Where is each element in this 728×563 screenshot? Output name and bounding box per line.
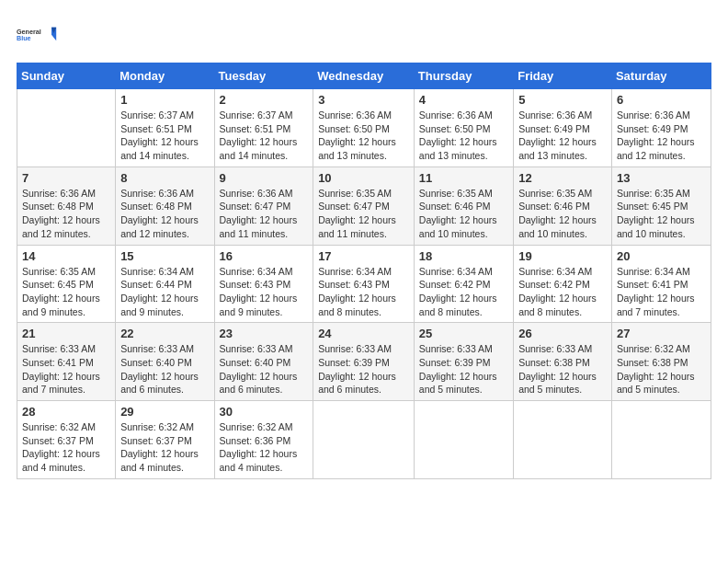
header: General Blue	[17, 17, 711, 53]
day-number: 17	[318, 249, 409, 263]
day-info: Sunrise: 6:35 AMSunset: 6:45 PMDaylight:…	[617, 187, 706, 241]
day-info: Sunrise: 6:36 AMSunset: 6:49 PMDaylight:…	[617, 109, 706, 163]
day-info: Sunrise: 6:34 AMSunset: 6:42 PMDaylight:…	[419, 265, 508, 319]
day-info: Sunrise: 6:35 AMSunset: 6:46 PMDaylight:…	[518, 187, 607, 241]
calendar-week-row: 1Sunrise: 6:37 AMSunset: 6:51 PMDaylight…	[17, 89, 711, 167]
calendar-cell: 18Sunrise: 6:34 AMSunset: 6:42 PMDayligh…	[414, 245, 513, 323]
day-info: Sunrise: 6:33 AMSunset: 6:38 PMDaylight:…	[518, 342, 607, 396]
calendar-cell: 17Sunrise: 6:34 AMSunset: 6:43 PMDayligh…	[313, 245, 415, 323]
day-info: Sunrise: 6:32 AMSunset: 6:37 PMDaylight:…	[22, 420, 110, 475]
day-info: Sunrise: 6:36 AMSunset: 6:49 PMDaylight:…	[518, 109, 607, 163]
calendar-cell: 19Sunrise: 6:34 AMSunset: 6:42 PMDayligh…	[514, 245, 612, 323]
calendar-cell: 11Sunrise: 6:35 AMSunset: 6:46 PMDayligh…	[414, 167, 513, 245]
logo-svg: General Blue	[17, 17, 57, 53]
day-number: 1	[120, 93, 209, 107]
day-number: 18	[419, 249, 508, 263]
day-info: Sunrise: 6:34 AMSunset: 6:43 PMDaylight:…	[318, 265, 409, 319]
day-info: Sunrise: 6:35 AMSunset: 6:47 PMDaylight:…	[318, 187, 409, 241]
day-number: 20	[617, 249, 706, 263]
calendar-day-header: Wednesday	[313, 63, 415, 89]
day-number: 28	[22, 405, 110, 419]
calendar-cell	[611, 401, 711, 479]
calendar-cell: 15Sunrise: 6:34 AMSunset: 6:44 PMDayligh…	[116, 245, 214, 323]
calendar-cell: 1Sunrise: 6:37 AMSunset: 6:51 PMDaylight…	[116, 89, 214, 167]
calendar-cell: 30Sunrise: 6:32 AMSunset: 6:36 PMDayligh…	[214, 401, 313, 479]
calendar-week-row: 21Sunrise: 6:33 AMSunset: 6:41 PMDayligh…	[17, 323, 711, 401]
day-info: Sunrise: 6:36 AMSunset: 6:48 PMDaylight:…	[120, 187, 209, 241]
calendar-cell: 3Sunrise: 6:36 AMSunset: 6:50 PMDaylight…	[313, 89, 415, 167]
svg-text:Blue: Blue	[17, 34, 31, 42]
day-number: 5	[518, 93, 607, 107]
day-number: 25	[419, 327, 508, 340]
day-info: Sunrise: 6:34 AMSunset: 6:44 PMDaylight:…	[120, 265, 209, 319]
calendar-cell: 22Sunrise: 6:33 AMSunset: 6:40 PMDayligh…	[116, 323, 214, 401]
calendar-cell	[514, 401, 612, 479]
day-info: Sunrise: 6:34 AMSunset: 6:41 PMDaylight:…	[617, 265, 706, 319]
calendar-cell: 13Sunrise: 6:35 AMSunset: 6:45 PMDayligh…	[611, 167, 711, 245]
day-info: Sunrise: 6:32 AMSunset: 6:37 PMDaylight:…	[120, 420, 209, 475]
calendar-table: SundayMondayTuesdayWednesdayThursdayFrid…	[17, 63, 711, 479]
day-number: 29	[120, 405, 209, 419]
day-number: 8	[120, 171, 209, 185]
day-number: 21	[22, 327, 110, 340]
day-info: Sunrise: 6:33 AMSunset: 6:40 PMDaylight:…	[120, 342, 209, 396]
calendar-cell: 23Sunrise: 6:33 AMSunset: 6:40 PMDayligh…	[214, 323, 313, 401]
day-info: Sunrise: 6:36 AMSunset: 6:50 PMDaylight:…	[419, 109, 508, 163]
day-number: 19	[518, 249, 607, 263]
day-info: Sunrise: 6:33 AMSunset: 6:41 PMDaylight:…	[22, 342, 110, 396]
calendar-cell: 2Sunrise: 6:37 AMSunset: 6:51 PMDaylight…	[214, 89, 313, 167]
day-number: 30	[220, 405, 309, 419]
calendar-day-header: Sunday	[17, 63, 116, 89]
calendar-cell	[414, 401, 513, 479]
calendar-cell: 4Sunrise: 6:36 AMSunset: 6:50 PMDaylight…	[414, 89, 513, 167]
calendar-cell: 26Sunrise: 6:33 AMSunset: 6:38 PMDayligh…	[514, 323, 612, 401]
day-info: Sunrise: 6:36 AMSunset: 6:48 PMDaylight:…	[22, 187, 110, 241]
calendar-day-header: Saturday	[611, 63, 711, 89]
day-info: Sunrise: 6:33 AMSunset: 6:39 PMDaylight:…	[318, 342, 409, 396]
calendar-cell: 12Sunrise: 6:35 AMSunset: 6:46 PMDayligh…	[514, 167, 612, 245]
calendar-cell: 27Sunrise: 6:32 AMSunset: 6:38 PMDayligh…	[611, 323, 711, 401]
day-number: 13	[617, 171, 706, 185]
calendar-cell: 8Sunrise: 6:36 AMSunset: 6:48 PMDaylight…	[116, 167, 214, 245]
day-info: Sunrise: 6:34 AMSunset: 6:43 PMDaylight:…	[220, 265, 309, 319]
day-info: Sunrise: 6:33 AMSunset: 6:39 PMDaylight:…	[419, 342, 508, 396]
calendar-day-header: Friday	[514, 63, 612, 89]
calendar-week-row: 28Sunrise: 6:32 AMSunset: 6:37 PMDayligh…	[17, 401, 711, 479]
calendar-cell: 5Sunrise: 6:36 AMSunset: 6:49 PMDaylight…	[514, 89, 612, 167]
calendar-header-row: SundayMondayTuesdayWednesdayThursdayFrid…	[17, 63, 711, 89]
calendar-day-header: Tuesday	[214, 63, 313, 89]
calendar-cell: 24Sunrise: 6:33 AMSunset: 6:39 PMDayligh…	[313, 323, 415, 401]
calendar-cell: 10Sunrise: 6:35 AMSunset: 6:47 PMDayligh…	[313, 167, 415, 245]
calendar-cell: 16Sunrise: 6:34 AMSunset: 6:43 PMDayligh…	[214, 245, 313, 323]
day-number: 23	[220, 327, 309, 340]
calendar-week-row: 7Sunrise: 6:36 AMSunset: 6:48 PMDaylight…	[17, 167, 711, 245]
calendar-cell: 14Sunrise: 6:35 AMSunset: 6:45 PMDayligh…	[17, 245, 116, 323]
day-number: 6	[617, 93, 706, 107]
day-info: Sunrise: 6:37 AMSunset: 6:51 PMDaylight:…	[220, 109, 309, 163]
day-number: 24	[318, 327, 409, 340]
day-number: 27	[617, 327, 706, 340]
calendar-cell	[313, 401, 415, 479]
day-number: 4	[419, 93, 508, 107]
day-number: 16	[220, 249, 309, 263]
day-info: Sunrise: 6:32 AMSunset: 6:36 PMDaylight:…	[220, 420, 309, 475]
day-info: Sunrise: 6:36 AMSunset: 6:47 PMDaylight:…	[220, 187, 309, 241]
day-number: 11	[419, 171, 508, 185]
day-number: 26	[518, 327, 607, 340]
calendar-cell: 6Sunrise: 6:36 AMSunset: 6:49 PMDaylight…	[611, 89, 711, 167]
calendar-cell: 21Sunrise: 6:33 AMSunset: 6:41 PMDayligh…	[17, 323, 116, 401]
calendar-cell: 29Sunrise: 6:32 AMSunset: 6:37 PMDayligh…	[116, 401, 214, 479]
calendar-cell: 20Sunrise: 6:34 AMSunset: 6:41 PMDayligh…	[611, 245, 711, 323]
calendar-cell: 25Sunrise: 6:33 AMSunset: 6:39 PMDayligh…	[414, 323, 513, 401]
day-number: 3	[318, 93, 409, 107]
day-number: 10	[318, 171, 409, 185]
day-info: Sunrise: 6:36 AMSunset: 6:50 PMDaylight:…	[318, 109, 409, 163]
calendar-day-header: Monday	[116, 63, 214, 89]
day-number: 22	[120, 327, 209, 340]
day-info: Sunrise: 6:35 AMSunset: 6:45 PMDaylight:…	[22, 265, 110, 319]
day-info: Sunrise: 6:37 AMSunset: 6:51 PMDaylight:…	[120, 109, 209, 163]
page: General Blue SundayMondayTuesdayWednesda…	[0, 0, 728, 563]
calendar-cell	[17, 89, 116, 167]
day-number: 9	[220, 171, 309, 185]
day-number: 7	[22, 171, 110, 185]
